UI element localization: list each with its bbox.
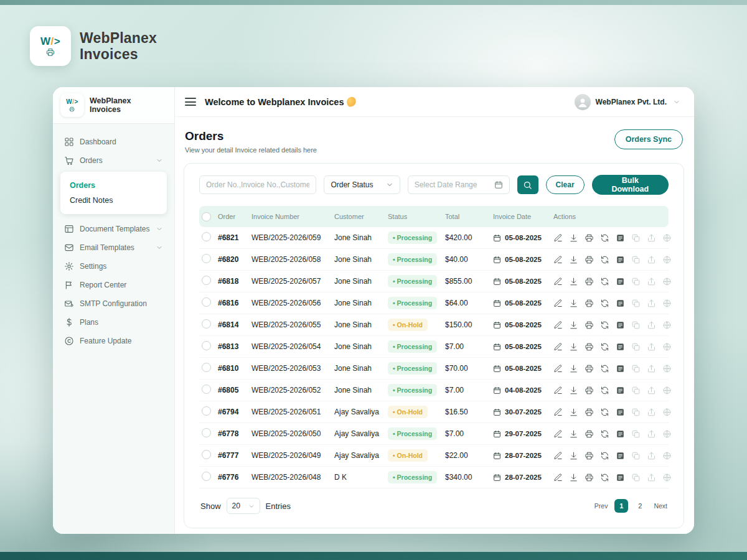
invoice-icon[interactable] [616, 451, 625, 460]
print-icon[interactable] [585, 408, 594, 417]
invoice-icon[interactable] [616, 429, 625, 439]
download-icon[interactable] [569, 408, 578, 417]
row-checkbox[interactable] [202, 232, 211, 241]
print-icon[interactable] [585, 451, 594, 460]
edit-icon[interactable] [553, 233, 563, 243]
invoice-icon[interactable] [616, 342, 625, 352]
refresh-icon[interactable] [600, 408, 609, 417]
edit-icon[interactable] [553, 364, 563, 373]
print-icon[interactable] [585, 233, 594, 243]
download-icon[interactable] [569, 255, 578, 264]
share-icon[interactable] [647, 386, 656, 395]
search-input[interactable] [199, 175, 316, 194]
edit-icon[interactable] [553, 320, 563, 330]
duplicate-icon[interactable] [631, 451, 641, 460]
row-checkbox[interactable] [202, 319, 211, 329]
print-icon[interactable] [585, 429, 594, 439]
invoice-icon[interactable] [616, 473, 625, 482]
invoice-icon[interactable] [616, 255, 625, 264]
duplicate-icon[interactable] [631, 429, 641, 439]
sidebar-item-orders[interactable]: Orders [59, 151, 168, 170]
refresh-icon[interactable] [600, 451, 609, 460]
orders-sync-button[interactable]: Orders Sync [614, 129, 683, 149]
row-checkbox[interactable] [202, 450, 211, 459]
menu-icon[interactable] [185, 98, 196, 106]
badge-icon[interactable] [662, 451, 672, 460]
edit-icon[interactable] [553, 451, 563, 460]
invoice-icon[interactable] [616, 233, 625, 243]
invoice-icon[interactable] [616, 408, 625, 417]
sidebar-item-settings[interactable]: Settings [59, 257, 168, 276]
sidebar-subitem-orders[interactable]: Orders [70, 178, 157, 193]
share-icon[interactable] [647, 408, 656, 417]
invoice-icon[interactable] [616, 320, 625, 330]
refresh-icon[interactable] [600, 299, 609, 308]
next-button[interactable]: Next [654, 502, 667, 510]
invoice-icon[interactable] [616, 277, 625, 286]
edit-icon[interactable] [553, 255, 563, 264]
share-icon[interactable] [647, 473, 656, 482]
badge-icon[interactable] [662, 342, 672, 352]
share-icon[interactable] [647, 364, 656, 373]
download-icon[interactable] [569, 342, 578, 352]
duplicate-icon[interactable] [631, 277, 641, 286]
badge-icon[interactable] [662, 364, 672, 373]
download-icon[interactable] [569, 277, 578, 286]
select-all-checkbox[interactable] [202, 212, 211, 222]
sidebar-subitem-credit-notes[interactable]: Credit Notes [70, 193, 157, 208]
sidebar-item-smtp-configuration[interactable]: SMTP Configuration [59, 294, 168, 313]
refresh-icon[interactable] [600, 429, 609, 439]
badge-icon[interactable] [662, 408, 672, 417]
account-menu[interactable]: WebPlanex Pvt. Ltd. [575, 94, 680, 110]
row-checkbox[interactable] [202, 385, 211, 394]
refresh-icon[interactable] [600, 320, 609, 330]
duplicate-icon[interactable] [631, 320, 641, 330]
badge-icon[interactable] [662, 233, 672, 243]
invoice-icon[interactable] [616, 364, 625, 373]
sidebar-item-plans[interactable]: Plans [59, 313, 168, 332]
duplicate-icon[interactable] [631, 386, 641, 395]
badge-icon[interactable] [662, 320, 672, 330]
search-button[interactable] [517, 175, 538, 194]
sidebar-item-report-center[interactable]: Report Center [59, 276, 168, 294]
row-checkbox[interactable] [202, 428, 211, 437]
print-icon[interactable] [585, 386, 594, 395]
share-icon[interactable] [647, 233, 656, 243]
edit-icon[interactable] [553, 299, 563, 308]
row-checkbox[interactable] [202, 276, 211, 285]
refresh-icon[interactable] [600, 473, 609, 482]
sidebar-item-email-templates[interactable]: Email Templates [59, 238, 168, 257]
row-checkbox[interactable] [202, 406, 211, 416]
edit-icon[interactable] [553, 473, 563, 482]
invoice-icon[interactable] [616, 299, 625, 308]
download-icon[interactable] [569, 473, 578, 482]
share-icon[interactable] [647, 342, 656, 352]
row-checkbox[interactable] [202, 341, 211, 350]
page-size-select[interactable]: 20 [227, 498, 260, 514]
edit-icon[interactable] [553, 429, 563, 439]
edit-icon[interactable] [553, 342, 563, 352]
duplicate-icon[interactable] [631, 408, 641, 417]
download-icon[interactable] [569, 451, 578, 460]
badge-icon[interactable] [662, 386, 672, 395]
edit-icon[interactable] [553, 277, 563, 286]
page-button-1[interactable]: 1 [614, 499, 628, 513]
prev-button[interactable]: Prev [594, 502, 608, 510]
download-icon[interactable] [569, 386, 578, 395]
badge-icon[interactable] [662, 473, 672, 482]
print-icon[interactable] [585, 473, 594, 482]
refresh-icon[interactable] [600, 233, 609, 243]
refresh-icon[interactable] [600, 342, 609, 352]
edit-icon[interactable] [553, 408, 563, 417]
duplicate-icon[interactable] [631, 473, 641, 482]
share-icon[interactable] [647, 429, 656, 439]
badge-icon[interactable] [662, 299, 672, 308]
download-icon[interactable] [569, 299, 578, 308]
print-icon[interactable] [585, 255, 594, 264]
print-icon[interactable] [585, 320, 594, 330]
download-icon[interactable] [569, 233, 578, 243]
download-icon[interactable] [569, 320, 578, 330]
badge-icon[interactable] [662, 429, 672, 439]
edit-icon[interactable] [553, 386, 563, 395]
share-icon[interactable] [647, 320, 656, 330]
